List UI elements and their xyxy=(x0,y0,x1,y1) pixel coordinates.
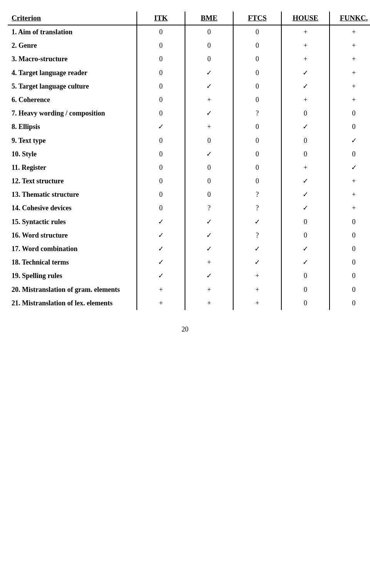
house-cell: 0 xyxy=(281,283,330,297)
house-cell: + xyxy=(281,39,330,52)
table-row: 3. Macro-structure000++ xyxy=(8,52,370,66)
bme-cell: ? xyxy=(185,201,233,215)
house-cell: ✓ xyxy=(281,188,330,201)
funkc-cell: 0 xyxy=(330,107,370,120)
funkc-cell: + xyxy=(330,52,370,66)
bme-cell: ✓ xyxy=(185,80,233,93)
bme-cell: 0 xyxy=(185,188,233,201)
itk-cell: 0 xyxy=(137,80,185,93)
house-cell: 0 xyxy=(281,147,330,161)
bme-cell: 0 xyxy=(185,134,233,147)
bme-cell: + xyxy=(185,93,233,107)
ftcs-cell: 0 xyxy=(233,134,281,147)
header-itk: ITK xyxy=(137,12,185,25)
table-row: 13. Thematic structure00?✓+ xyxy=(8,188,370,201)
bme-cell: 0 xyxy=(185,52,233,66)
funkc-cell: 0 xyxy=(330,242,370,256)
funkc-cell: ✓ xyxy=(330,161,370,174)
house-cell: 0 xyxy=(281,215,330,229)
criterion-cell: 10. Style xyxy=(8,147,137,161)
table-row: 9. Text type0000✓ xyxy=(8,134,370,147)
ftcs-cell: 0 xyxy=(233,161,281,174)
table-row: 21. Mistranslation of lex. elements+++00 xyxy=(8,297,370,310)
itk-cell: 0 xyxy=(137,188,185,201)
house-cell: ✓ xyxy=(281,256,330,269)
criterion-cell: 7. Heavy wording / composition xyxy=(8,107,137,120)
table-row: 17. Word combination✓✓✓✓0 xyxy=(8,242,370,256)
header-criterion: Criterion xyxy=(8,12,137,25)
house-cell: ✓ xyxy=(281,201,330,215)
house-cell: 0 xyxy=(281,229,330,242)
table-row: 1. Aim of translation000++ xyxy=(8,25,370,39)
table-row: 14. Cohesive devices0??✓+ xyxy=(8,201,370,215)
itk-cell: ✓ xyxy=(137,215,185,229)
ftcs-cell: ? xyxy=(233,107,281,120)
table-row: 18. Technical terms✓+✓✓0 xyxy=(8,256,370,269)
bme-cell: ✓ xyxy=(185,269,233,283)
ftcs-cell: 0 xyxy=(233,66,281,80)
ftcs-cell: + xyxy=(233,283,281,297)
itk-cell: 0 xyxy=(137,25,185,39)
funkc-cell: 0 xyxy=(330,147,370,161)
criterion-cell: 5. Target language culture xyxy=(8,80,137,93)
funkc-cell: 0 xyxy=(330,229,370,242)
itk-cell: ✓ xyxy=(137,269,185,283)
bme-cell: ✓ xyxy=(185,66,233,80)
itk-cell: 0 xyxy=(137,39,185,52)
funkc-cell: + xyxy=(330,188,370,201)
table-row: 8. Ellipsis✓+0✓0 xyxy=(8,120,370,134)
funkc-cell: + xyxy=(330,25,370,39)
ftcs-cell: 0 xyxy=(233,25,281,39)
criterion-cell: 8. Ellipsis xyxy=(8,120,137,134)
table-row: 16. Word structure✓✓?00 xyxy=(8,229,370,242)
table-row: 4. Target language reader0✓0✓+ xyxy=(8,66,370,80)
criterion-cell: 18. Technical terms xyxy=(8,256,137,269)
criterion-cell: 15. Syntactic rules xyxy=(8,215,137,229)
criterion-cell: 11. Register xyxy=(8,161,137,174)
page-wrapper: Criterion ITK BME FTCS HOUSE FUNKC. 1. A… xyxy=(0,0,370,357)
header-house: HOUSE xyxy=(281,12,330,25)
criterion-cell: 20. Mistranslation of gram. elements xyxy=(8,283,137,297)
funkc-cell: 0 xyxy=(330,297,370,310)
itk-cell: 0 xyxy=(137,93,185,107)
header-funkc: FUNKC. xyxy=(330,12,370,25)
itk-cell: ✓ xyxy=(137,120,185,134)
table-row: 7. Heavy wording / composition0✓?00 xyxy=(8,107,370,120)
house-cell: 0 xyxy=(281,297,330,310)
ftcs-cell: ✓ xyxy=(233,256,281,269)
ftcs-cell: ✓ xyxy=(233,215,281,229)
itk-cell: 0 xyxy=(137,147,185,161)
ftcs-cell: + xyxy=(233,269,281,283)
table-row: 15. Syntactic rules✓✓✓00 xyxy=(8,215,370,229)
bme-cell: + xyxy=(185,256,233,269)
itk-cell: + xyxy=(137,283,185,297)
funkc-cell: 0 xyxy=(330,269,370,283)
house-cell: 0 xyxy=(281,107,330,120)
bme-cell: 0 xyxy=(185,161,233,174)
house-cell: ✓ xyxy=(281,242,330,256)
bme-cell: ✓ xyxy=(185,229,233,242)
funkc-cell: + xyxy=(330,39,370,52)
itk-cell: + xyxy=(137,297,185,310)
itk-cell: 0 xyxy=(137,161,185,174)
criterion-cell: 14. Cohesive devices xyxy=(8,201,137,215)
header-ftcs: FTCS xyxy=(233,12,281,25)
ftcs-cell: ✓ xyxy=(233,242,281,256)
table-row: 19. Spelling rules✓✓+00 xyxy=(8,269,370,283)
house-cell: + xyxy=(281,93,330,107)
ftcs-cell: ? xyxy=(233,229,281,242)
table-row: 20. Mistranslation of gram. elements+++0… xyxy=(8,283,370,297)
bme-cell: + xyxy=(185,297,233,310)
itk-cell: 0 xyxy=(137,201,185,215)
criterion-cell: 9. Text type xyxy=(8,134,137,147)
criterion-cell: 21. Mistranslation of lex. elements xyxy=(8,297,137,310)
bme-cell: ✓ xyxy=(185,147,233,161)
table-row: 10. Style0✓000 xyxy=(8,147,370,161)
itk-cell: ✓ xyxy=(137,229,185,242)
funkc-cell: + xyxy=(330,66,370,80)
house-cell: ✓ xyxy=(281,120,330,134)
house-cell: ✓ xyxy=(281,66,330,80)
bme-cell: ✓ xyxy=(185,242,233,256)
funkc-cell: ✓ xyxy=(330,134,370,147)
house-cell: ✓ xyxy=(281,80,330,93)
